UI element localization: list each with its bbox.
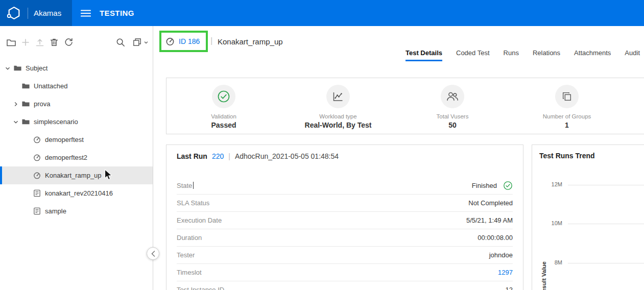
row-label: SLA Status (177, 199, 468, 207)
table-row-test-instance-id: Test Instance ID 12 (177, 281, 513, 290)
gridline (568, 185, 644, 185)
y-axis-tick: 8M (532, 259, 562, 265)
tree-item-label: demoperftest2 (45, 154, 87, 161)
tree-item-konakart-rev20210416[interactable]: konakart_rev20210416 (0, 184, 153, 202)
users-icon (441, 85, 464, 108)
tab-test-details[interactable]: Test Details (406, 49, 442, 61)
sidebar-toolbar (0, 26, 153, 59)
table-row-state: State Finished (177, 177, 513, 195)
folder-icon (21, 82, 30, 91)
tree-item-subject[interactable]: Subject (0, 59, 153, 77)
tree-item-demoperftest[interactable]: demoperftest (0, 131, 153, 149)
hamburger-menu-icon[interactable] (81, 9, 91, 17)
last-run-title: Last Run (177, 152, 207, 160)
check-circle-icon (212, 85, 235, 108)
text-cursor (193, 182, 194, 189)
chevron-down-icon[interactable] (11, 118, 20, 126)
chevron-down-icon[interactable] (3, 65, 12, 72)
tree-item-label: konakart_rev20210416 (45, 189, 113, 197)
brand-area: Akamas (0, 0, 72, 26)
tree-item-label: Unattached (34, 82, 68, 90)
summary-card-workload-type: Workload type Real-World, By Test (281, 78, 395, 134)
layers-icon (555, 85, 579, 108)
delete-button[interactable] (49, 37, 59, 47)
last-run-header: Last Run 220 | AdhocRun_2021-05-05 01:48… (166, 145, 523, 160)
row-value-link[interactable]: 1297 (498, 269, 513, 276)
last-run-panel: Last Run 220 | AdhocRun_2021-05-05 01:48… (166, 144, 523, 290)
tab-bar: Test Details Coded Test Runs Relations A… (406, 49, 640, 61)
summary-card-validation: Validation Passed (166, 78, 281, 134)
search-icon[interactable] (115, 37, 126, 47)
y-axis-label: Result Value (541, 261, 547, 290)
entity-id-label: ID 186 (179, 37, 200, 45)
octane-logo-icon (6, 5, 22, 21)
chevron-down-icon (144, 40, 149, 45)
module-title[interactable]: TESTING (100, 9, 134, 17)
summary-cards-panel: Validation Passed Workload type Real-Wor… (166, 78, 644, 134)
divider: | (210, 36, 212, 46)
tree-item-konakart-ramp-up[interactable]: Konakart_ramp_up (0, 166, 153, 184)
module-menu: TESTING (72, 0, 134, 26)
divider: | (228, 152, 230, 160)
sidebar-collapse-button[interactable] (147, 247, 159, 260)
y-axis-tick: 12M (532, 181, 562, 187)
tab-runs[interactable]: Runs (504, 49, 519, 61)
add-button[interactable] (20, 37, 31, 47)
tab-coded-test[interactable]: Coded Test (456, 49, 490, 61)
tab-attachments[interactable]: Attachments (574, 49, 611, 61)
tree-item-unattached[interactable]: Unattached (0, 77, 153, 95)
folder-icon (21, 117, 30, 127)
card-label: Total Vusers (395, 113, 510, 119)
tab-audit[interactable]: Audit (625, 49, 640, 61)
chevron-left-icon (151, 251, 155, 257)
copy-settings-button[interactable] (132, 37, 149, 47)
main-content: ID 186 | Konakart_ramp_up Test Details C… (153, 26, 644, 290)
tree-item-label: simplescenario (34, 118, 78, 126)
row-label: Test Instance ID (177, 286, 506, 290)
last-run-table: State Finished SLA Status Not Completed … (177, 177, 513, 290)
annotation-highlight-box: ID 186 (159, 31, 208, 52)
card-value: Real-World, By Test (281, 121, 395, 129)
folder-icon (21, 100, 30, 109)
table-row-tester: Tester johndoe (177, 247, 513, 264)
chevron-right-icon[interactable] (11, 101, 20, 108)
tree-item-sample[interactable]: sample (0, 202, 153, 220)
tree-sidebar: Subject Unattached prova simplescenario … (0, 26, 153, 290)
row-value: 5/5/21, 1:49 AM (466, 216, 513, 224)
summary-card-number-of-groups: Number of Groups 1 (510, 78, 624, 134)
y-axis-tick: 10M (532, 220, 562, 226)
table-row-sla-status: SLA Status Not Completed (177, 195, 513, 212)
upload-button[interactable] (35, 37, 45, 47)
performance-test-icon (32, 153, 41, 162)
performance-test-icon (165, 36, 175, 46)
card-label: Number of Groups (510, 113, 624, 119)
row-value: 12 (506, 286, 513, 290)
tree-item-demoperftest2[interactable]: demoperftest2 (0, 149, 153, 166)
tree-item-label: Konakart_ramp_up (45, 172, 102, 179)
tree-item-simplescenario[interactable]: simplescenario (0, 113, 153, 131)
divider (28, 8, 28, 19)
tree-item-label: prova (34, 100, 51, 108)
table-row-execution-date: Execution Date 5/5/21, 1:49 AM (177, 212, 513, 229)
tree-item-label: sample (45, 207, 66, 215)
line-chart-icon (326, 85, 350, 108)
last-run-id-link[interactable]: 220 (212, 152, 224, 160)
script-icon (32, 207, 41, 216)
test-runs-trend-panel: Test Runs Trend 12M 10M 8M Result Value (532, 144, 644, 290)
script-icon (32, 189, 41, 198)
folder-icon (13, 64, 22, 73)
row-value: johndoe (489, 251, 513, 259)
tree-item-prova[interactable]: prova (0, 95, 153, 113)
row-value: Finished (472, 182, 497, 189)
row-label: Execution Date (177, 216, 466, 224)
card-value: 1 (510, 121, 624, 129)
table-row-duration: Duration 00:00:08.00 (177, 229, 513, 247)
row-value: 00:00:08.00 (478, 234, 513, 241)
row-label: Duration (177, 234, 478, 241)
check-circle-icon (503, 181, 513, 190)
row-label: Timeslot (177, 269, 498, 276)
tab-relations[interactable]: Relations (533, 49, 560, 61)
refresh-button[interactable] (63, 37, 74, 47)
new-folder-button[interactable] (6, 37, 16, 47)
gridline (568, 263, 644, 263)
